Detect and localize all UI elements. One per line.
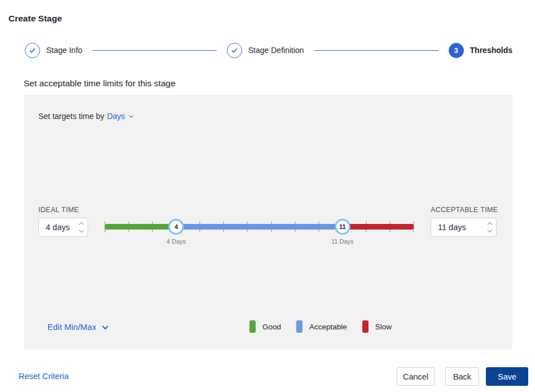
legend-label: Slow xyxy=(375,323,392,331)
acceptable-day-caption: 11 Days xyxy=(331,238,354,245)
legend-swatch xyxy=(296,320,302,333)
section-heading: Set acceptable time limits for this stag… xyxy=(24,78,176,89)
thresholds-panel: Set targets time by Days IDEAL TIME ACCE… xyxy=(24,95,512,350)
slider-segment-slow xyxy=(343,224,414,230)
check-icon xyxy=(29,47,36,54)
legend-item: Slow xyxy=(362,320,392,333)
back-button[interactable]: Back xyxy=(445,367,479,386)
chevron-down-icon xyxy=(102,323,108,329)
step-thresholds[interactable]: 3 Thresholds xyxy=(449,43,512,58)
edit-minmax-link[interactable]: Edit Min/Max xyxy=(47,322,107,332)
check-circle-icon xyxy=(25,43,40,58)
ideal-time-input[interactable] xyxy=(46,223,77,232)
step-stage-definition[interactable]: Stage Definition xyxy=(227,43,304,58)
spinner-up-icon[interactable] xyxy=(79,222,84,227)
step-label: Stage Definition xyxy=(248,46,304,55)
ideal-time-label: IDEAL TIME xyxy=(38,206,79,214)
acceptable-time-spinner[interactable] xyxy=(486,223,492,232)
slider-handle-ideal[interactable]: 4 xyxy=(168,219,184,235)
check-icon xyxy=(231,47,238,54)
legend-swatch xyxy=(249,320,256,333)
step-stage-info[interactable]: Stage Info xyxy=(25,43,82,58)
slider-track[interactable]: 4 11 4 Days 11 Days xyxy=(105,219,414,236)
step-connector xyxy=(93,50,217,51)
legend-item: Acceptable xyxy=(296,320,347,333)
acceptable-time-input[interactable] xyxy=(438,223,486,232)
legend-label: Good xyxy=(262,323,281,331)
ideal-time-spinner[interactable] xyxy=(77,223,83,232)
target-time-row: Set targets time by Days xyxy=(38,112,132,121)
acceptable-time-label: ACCEPTABLE TIME xyxy=(431,206,498,214)
save-button[interactable]: Save xyxy=(486,367,528,386)
legend-swatch xyxy=(362,320,369,333)
page-title: Create Stage xyxy=(8,14,62,24)
acceptable-time-stepper[interactable] xyxy=(431,218,497,237)
ideal-day-caption: 4 Days xyxy=(166,238,186,245)
slider-segment-acceptable xyxy=(176,224,343,230)
cancel-button[interactable]: Cancel xyxy=(397,367,435,386)
ideal-time-stepper[interactable] xyxy=(38,218,88,237)
chevron-down-icon xyxy=(129,113,133,117)
create-stage-dialog: Create Stage Stage Info Stage Definition… xyxy=(0,0,535,392)
step-label: Stage Info xyxy=(46,46,82,55)
target-time-prefix: Set targets time by xyxy=(38,112,104,121)
step-label: Thresholds xyxy=(470,46,512,55)
target-unit-value: Days xyxy=(107,112,125,121)
legend-item: Good xyxy=(249,320,281,333)
reset-criteria-link[interactable]: Reset Criteria xyxy=(19,372,69,381)
slider-segment-good xyxy=(105,224,176,230)
slider-handle-acceptable[interactable]: 11 xyxy=(335,219,350,235)
spinner-down-icon[interactable] xyxy=(488,228,492,232)
step-number-badge: 3 xyxy=(449,43,464,58)
edit-minmax-label: Edit Min/Max xyxy=(47,322,97,332)
slider-legend: Good Acceptable Slow xyxy=(249,320,392,333)
wizard-stepper: Stage Info Stage Definition 3 Thresholds xyxy=(25,42,512,58)
spinner-down-icon[interactable] xyxy=(79,228,84,232)
check-circle-icon xyxy=(227,43,242,58)
step-connector xyxy=(314,50,438,51)
legend-label: Acceptable xyxy=(309,323,347,331)
target-unit-dropdown[interactable]: Days xyxy=(107,112,132,121)
spinner-up-icon[interactable] xyxy=(488,222,492,227)
